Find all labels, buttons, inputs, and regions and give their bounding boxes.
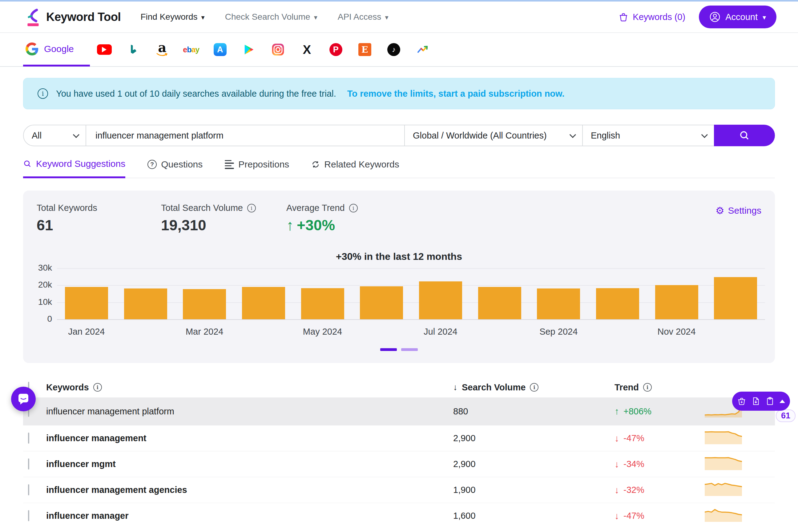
x-twitter-icon: X (303, 43, 311, 57)
trend-down-arrow-icon: ↓ (614, 511, 619, 521)
nav-api-access[interactable]: API Access ▾ (338, 12, 388, 22)
tab-prepositions[interactable]: Prepositions (225, 158, 289, 178)
subscription-link[interactable]: To remove the limits, start a paid subsc… (347, 89, 565, 99)
bar-slot (175, 268, 234, 319)
table-row[interactable]: influencer manager1,600↓-47% (23, 503, 775, 529)
x-tick-label (234, 327, 293, 337)
chart-bar (478, 287, 521, 319)
trend-percent: -47% (624, 433, 644, 443)
chart-plot (57, 268, 765, 319)
platform-tab-instagram[interactable] (264, 43, 292, 56)
tab-related-keywords[interactable]: Related Keywords (311, 158, 399, 178)
trend-percent: -32% (624, 485, 644, 495)
table-row[interactable]: influencer management agencies1,900↓-32% (23, 477, 775, 503)
chevron-down-icon (570, 131, 576, 138)
x-tick-label (470, 327, 529, 337)
nav-find-keywords[interactable]: Find Keywords ▾ (140, 12, 205, 22)
platform-tab-etsy[interactable]: E (350, 43, 379, 56)
chart-bar (360, 286, 403, 319)
top-navigation-bar: Keyword Tool Find Keywords ▾ Check Searc… (0, 2, 798, 33)
table-row[interactable]: influencer management2,900↓-47% (23, 425, 775, 451)
platform-tab-google-trends[interactable] (408, 43, 437, 56)
chevron-down-icon (701, 131, 708, 138)
account-button[interactable]: Account ▾ (699, 5, 776, 28)
add-to-basket-icon[interactable] (737, 397, 746, 406)
row-checkbox[interactable] (28, 484, 29, 495)
tab-questions[interactable]: ? Questions (148, 158, 203, 178)
tab-keyword-suggestions[interactable]: Keyword Suggestions (23, 158, 125, 178)
platform-tab-ebay[interactable]: ebay (177, 45, 206, 54)
search-volume-value: 2,900 (453, 433, 614, 443)
region-select[interactable]: Global / Worldwide (All Countries) (404, 125, 583, 146)
platform-tab-amazon[interactable]: a (148, 42, 177, 57)
platform-tab-x-twitter[interactable]: X (292, 43, 321, 57)
info-icon[interactable]: i (349, 204, 358, 212)
search-button[interactable] (714, 125, 775, 146)
account-label: Account (725, 12, 758, 22)
platform-tab-tiktok[interactable]: ♪ (379, 43, 408, 56)
platform-tab-appstore[interactable]: A (206, 43, 234, 56)
basket-icon (619, 12, 628, 22)
keyword-search-input[interactable] (86, 125, 405, 146)
info-icon[interactable]: i (643, 383, 652, 392)
amazon-icon: a (156, 42, 168, 57)
x-tick-label: Sep 2024 (529, 327, 588, 337)
user-icon (709, 12, 720, 22)
x-tick-label (706, 327, 765, 337)
keywords-column-header[interactable]: Keywords i (46, 382, 453, 393)
x-tick-label: Jul 2024 (411, 327, 470, 337)
table-row[interactable]: influencer management platform880↑+806% (23, 397, 775, 425)
trial-limit-alert: i You have used 1 out of 10 daily search… (23, 78, 775, 109)
trend-down-arrow-icon: ↓ (614, 459, 619, 470)
platform-tab-google[interactable]: Google (23, 33, 90, 66)
bar-slot (352, 268, 411, 319)
info-icon[interactable]: i (93, 383, 102, 392)
nav-check-search-volume[interactable]: Check Search Volume ▾ (225, 12, 318, 22)
row-checkbox[interactable] (28, 458, 29, 470)
region-select-value: Global / Worldwide (All Countries) (413, 131, 547, 141)
brand-logo[interactable]: Keyword Tool (26, 7, 121, 26)
trend-value: ↓-47% (614, 433, 705, 444)
etsy-icon: E (358, 43, 371, 56)
average-trend-value: ↑ +30% (286, 217, 358, 234)
info-icon[interactable]: i (530, 383, 538, 392)
export-file-icon[interactable] (751, 397, 760, 406)
chart-title: +30% in the last 12 months (23, 251, 775, 262)
platform-tab-googleplay[interactable] (234, 43, 264, 56)
trend-down-arrow-icon: ↓ (614, 485, 619, 495)
gridline (57, 319, 765, 320)
bar-slot (529, 268, 588, 319)
trend-value: ↓-34% (614, 459, 705, 470)
scope-select-value: All (32, 131, 41, 141)
search-volume-value: 1,900 (453, 485, 614, 495)
platform-tab-pinterest[interactable]: P (321, 43, 350, 56)
platform-tab-bing[interactable] (119, 43, 148, 56)
bar-slot (588, 268, 647, 319)
collapse-caret-icon[interactable] (780, 400, 785, 403)
tiktok-icon: ♪ (387, 43, 400, 56)
selected-count-badge: 61 (776, 410, 796, 422)
platform-tab-youtube[interactable] (90, 44, 119, 55)
chart-settings-button[interactable]: ⚙ Settings (716, 205, 761, 216)
chart-page-dot[interactable] (401, 348, 418, 351)
trend-column-header[interactable]: Trend i (614, 382, 705, 393)
language-select[interactable]: English (582, 125, 715, 146)
platform-tabs: Google a ebay A (0, 33, 798, 67)
search-volume-column-header[interactable]: ↓ Search Volume i (453, 382, 614, 393)
scope-select[interactable]: All (23, 125, 86, 146)
row-checkbox[interactable] (28, 433, 29, 444)
bar-slot (411, 268, 470, 319)
table-row[interactable]: influencer mgmt2,900↓-34% (23, 451, 775, 477)
chat-widget-button[interactable] (11, 387, 36, 411)
x-tick-label (116, 327, 175, 337)
row-checkbox[interactable] (28, 510, 29, 521)
info-icon[interactable]: i (247, 204, 256, 212)
trend-percent: -34% (624, 459, 644, 469)
keywords-cart-button[interactable]: Keywords (0) (619, 12, 685, 22)
chart-bar (596, 288, 639, 319)
copy-clipboard-icon[interactable] (765, 397, 775, 406)
keyword-tool-page: Keyword Tool Find Keywords ▾ Check Searc… (0, 0, 798, 532)
chart-page-dot[interactable] (380, 348, 397, 351)
keyword-text: influencer manager (46, 511, 129, 520)
bulk-actions-toolbar (732, 392, 790, 411)
